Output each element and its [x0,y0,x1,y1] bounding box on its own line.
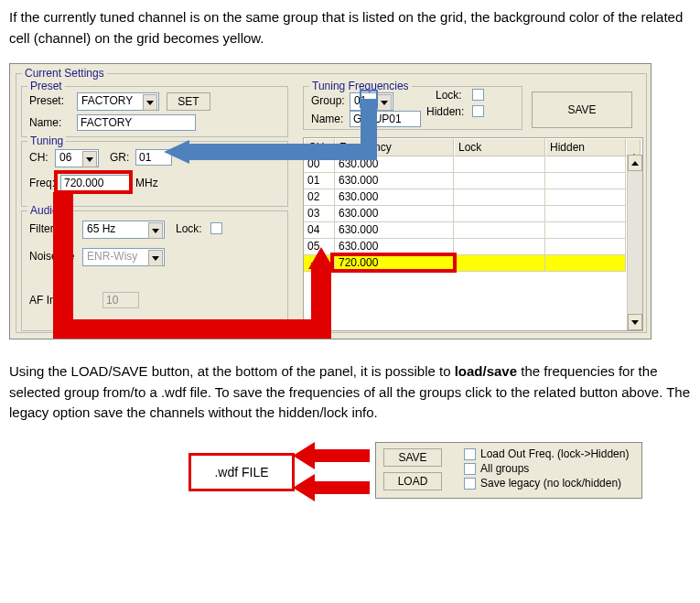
wdf-file-box: .wdf FILE [188,453,295,491]
intro-paragraph-2: Using the LOAD/SAVE button, at the botto… [9,361,691,424]
checkbox-load-out-freq[interactable] [464,448,476,460]
svg-marker-1 [164,140,189,164]
figure-wdf-file: .wdf FILE SAVE LOAD Load Out Freq. (lock… [101,438,650,511]
label-all-groups: All groups [480,462,529,475]
svg-marker-4 [293,474,370,501]
wdf-panel: SAVE LOAD Load Out Freq. (lock->Hidden) … [375,442,642,499]
p2-part-a: Using the LOAD/SAVE button, at the botto… [9,363,455,379]
svg-marker-3 [293,442,370,469]
load-button[interactable]: LOAD [383,472,442,490]
annotation-arrow-save [293,442,375,506]
save-button[interactable]: SAVE [383,448,442,467]
checkbox-save-legacy[interactable] [464,478,476,490]
intro-paragraph-1: If the currently tuned channel is on the… [9,7,691,48]
label-load-out-freq: Load Out Freq. (lock->Hidden) [480,447,629,460]
figure-current-settings: Current Settings Preset Preset: FACTORY … [9,63,652,339]
p2-bold: load/save [455,363,517,379]
checkbox-all-groups[interactable] [464,463,476,475]
label-save-legacy: Save legacy (no lock/hidden) [480,477,621,490]
annotation-blue-arrow [10,64,651,339]
